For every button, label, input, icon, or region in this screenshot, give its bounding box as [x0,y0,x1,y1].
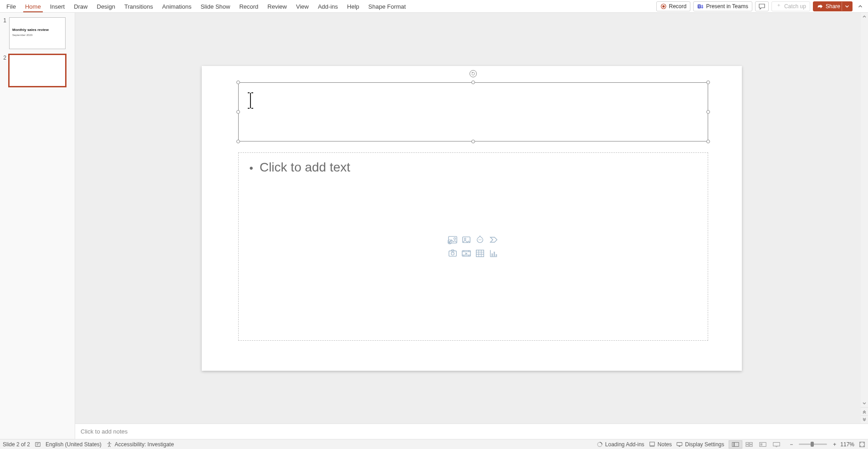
share-dropdown[interactable] [842,1,853,11]
svg-rect-21 [36,442,41,446]
slide-canvas-viewport[interactable]: • Click to add text [75,13,868,424]
resize-handle-bm[interactable] [471,140,475,143]
notes-toggle-label: Notes [658,441,672,448]
zoom-level-button[interactable]: 117% [840,441,854,448]
ribbon-tab-transitions[interactable]: Transitions [120,0,158,12]
title-placeholder[interactable] [238,82,708,141]
loading-addins-status: Loading Add-ins [597,441,644,448]
resize-handle-bl[interactable] [236,140,240,143]
insert-stock-images-icon[interactable] [447,234,459,246]
present-in-teams-button[interactable]: T Present in Teams [693,1,752,11]
record-button[interactable]: Record [656,1,691,11]
normal-view-button[interactable] [729,440,742,449]
ribbon-tab-design[interactable]: Design [92,0,120,12]
previous-slide-button[interactable] [861,407,868,415]
insert-chart-icon[interactable] [488,247,500,259]
catch-up-label: Catch up [784,3,806,10]
ribbon-tab-shape-format[interactable]: Shape Format [364,0,410,12]
resize-handle-tm[interactable] [471,81,475,84]
notes-placeholder: Click to add notes [81,428,128,435]
accessibility-icon [106,441,112,448]
slide-thumbnail[interactable] [9,55,66,86]
language-label: English (United States) [46,441,102,448]
record-label: Record [669,3,687,10]
spellcheck-button[interactable] [35,441,41,448]
ribbon-tab-add-ins[interactable]: Add-ins [313,0,342,12]
svg-point-1 [662,5,664,7]
insert-icons-icon[interactable] [474,234,486,246]
share-button[interactable]: Share [813,1,844,11]
main-region: 1Monthly sales reviewSeptember 20232 [0,13,868,439]
loading-addins-label: Loading Add-ins [605,441,644,448]
share-icon [817,3,823,10]
notes-toggle-button[interactable]: Notes [649,441,672,448]
ribbon-tab-view[interactable]: View [291,0,313,12]
status-bar: Slide 2 of 2 English (United States) Acc… [0,439,868,449]
comment-icon [758,3,766,10]
svg-rect-20 [495,254,497,256]
insert-table-icon[interactable] [474,247,486,259]
fit-to-window-button[interactable] [859,441,865,448]
slide-thumbnail[interactable]: Monthly sales reviewSeptember 2023 [9,17,66,49]
svg-rect-19 [494,252,495,256]
resize-handle-ml[interactable] [236,110,240,114]
ribbon-tab-slide-show[interactable]: Slide Show [196,0,235,12]
notes-pane[interactable]: Click to add notes [75,424,868,439]
ribbon-tab-home[interactable]: Home [20,0,46,12]
next-slide-button[interactable] [861,415,868,424]
ribbon-tab-file[interactable]: File [2,0,20,12]
zoom-slider[interactable] [799,444,827,445]
scroll-down-button[interactable] [861,400,868,407]
ribbon-tab-record[interactable]: Record [235,0,263,12]
svg-rect-27 [735,442,739,446]
content-placeholder[interactable]: • Click to add text [238,152,708,341]
resize-handle-tl[interactable] [236,81,240,84]
double-chevron-down-icon [862,417,867,423]
insert-video-icon[interactable] [460,247,472,259]
language-button[interactable]: English (United States) [46,441,102,448]
accessibility-button[interactable]: Accessibility: Investigate [106,441,174,448]
svg-rect-17 [476,250,484,257]
slide-sorter-view-button[interactable] [742,440,756,449]
ribbon-tab-animations[interactable]: Animations [158,0,196,12]
resize-handle-br[interactable] [706,140,710,143]
ribbon-tab-insert[interactable]: Insert [46,0,70,12]
ribbon-tab-review[interactable]: Review [263,0,291,12]
comments-button[interactable] [755,1,769,11]
vertical-scrollbar[interactable] [861,13,868,424]
insert-pictures-icon[interactable] [460,234,472,246]
display-icon [676,441,683,448]
rotate-handle[interactable] [470,70,477,77]
ribbon-tab-draw[interactable]: Draw [69,0,92,12]
resize-handle-mr[interactable] [706,110,710,114]
svg-point-11 [479,239,480,240]
zoom-in-button[interactable]: + [831,441,838,448]
reading-view-button[interactable] [756,440,770,449]
svg-rect-15 [451,250,454,251]
svg-rect-31 [750,444,752,446]
svg-rect-26 [732,442,734,446]
scroll-up-button[interactable] [861,13,868,20]
thumbnail-row: 1Monthly sales reviewSeptember 2023 [0,17,72,49]
slide-thumbnail-panel[interactable]: 1Monthly sales reviewSeptember 20232 [0,13,75,439]
display-settings-button[interactable]: Display Settings [676,441,724,448]
thumbnail-number: 2 [0,55,6,61]
zoom-slider-knob[interactable] [811,442,814,447]
slideshow-view-button[interactable] [770,440,783,449]
slide-canvas[interactable]: • Click to add text [202,66,742,371]
insert-smartart-icon[interactable] [488,234,500,246]
content-placeholder-text: • Click to add text [250,160,697,177]
insert-cameo-icon[interactable] [447,247,459,259]
record-icon [660,3,667,10]
collapse-ribbon-button[interactable] [855,3,865,10]
ribbon-tab-help[interactable]: Help [342,0,364,12]
present-label: Present in Teams [706,3,748,10]
content-insert-icon-grid [447,234,500,259]
fit-icon [859,441,865,448]
resize-handle-tr[interactable] [706,81,710,84]
chevron-down-icon [862,401,867,406]
accessibility-label: Accessibility: Investigate [115,441,174,448]
zoom-out-button[interactable]: − [788,441,795,448]
slide-counter[interactable]: Slide 2 of 2 [3,441,30,448]
ribbon-tabs-container: FileHomeInsertDrawDesignTransitionsAnima… [2,0,410,12]
